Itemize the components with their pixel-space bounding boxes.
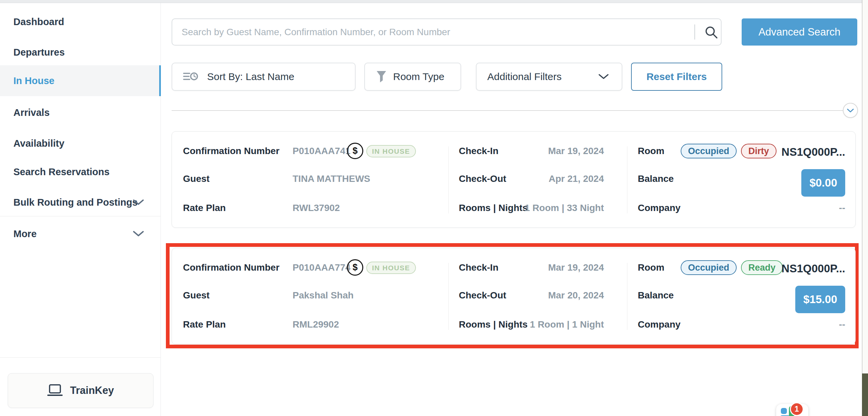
- sidebar-item-search-reservations[interactable]: Search Reservations: [0, 164, 161, 179]
- room-type-dropdown[interactable]: Room Type: [364, 63, 461, 91]
- sort-by-label: Sort By: Last Name: [207, 71, 294, 83]
- sidebar-item-availability[interactable]: Availability: [0, 136, 161, 151]
- rate-plan-value: RWL37902: [292, 202, 340, 214]
- chat-glyph-blue-dot: [781, 408, 787, 414]
- app-root: Dashboard Departures In House Arrivals A…: [0, 0, 868, 416]
- guest-label: Guest: [183, 172, 210, 185]
- sidebar-item-bulk-routing-and-postings[interactable]: Bulk Routing and Postings: [0, 195, 161, 210]
- room-label: Room: [638, 145, 664, 157]
- check-out-label: Check-Out: [459, 289, 506, 302]
- dollar-circle-icon[interactable]: $: [347, 259, 363, 276]
- list-divider: [172, 110, 843, 111]
- company-value: --: [839, 318, 845, 331]
- card-column-divider: [627, 147, 627, 213]
- advanced-search-button[interactable]: Advanced Search: [742, 19, 857, 45]
- sidebar: Dashboard Departures In House Arrivals A…: [0, 3, 161, 416]
- sidebar-item-label: Availability: [13, 138, 64, 149]
- rooms-nights-label: Rooms | Nights: [459, 318, 527, 331]
- rooms-nights-value: 1 Room | 33 Night: [525, 202, 604, 214]
- trainkey-button[interactable]: TrainKey: [8, 373, 154, 408]
- additional-filters-dropdown[interactable]: Additional Filters: [476, 63, 622, 91]
- guest-value: Pakshal Shah: [292, 289, 353, 302]
- balance-button[interactable]: $0.00: [801, 169, 845, 197]
- rooms-nights-label: Rooms | Nights: [459, 202, 527, 214]
- search-input-divider: [694, 25, 695, 39]
- laptop-icon: [47, 384, 63, 397]
- dollar-glyph: $: [352, 146, 358, 156]
- in-house-status-badge: IN HOUSE: [366, 145, 416, 157]
- occupied-status-pill: Occupied: [681, 260, 737, 275]
- balance-button[interactable]: $15.00: [795, 286, 845, 313]
- search-input[interactable]: [172, 19, 721, 45]
- room-type-label: Room Type: [393, 71, 444, 83]
- check-in-value: Mar 19, 2024: [548, 145, 604, 157]
- sidebar-bottom-divider: [0, 357, 161, 358]
- room-status-pills: Occupied Dirty: [681, 144, 776, 158]
- company-label: Company: [638, 318, 681, 331]
- sidebar-item-label: Search Reservations: [13, 166, 110, 178]
- chevron-down-icon: [847, 108, 854, 113]
- sidebar-item-more[interactable]: More: [0, 226, 161, 241]
- additional-filters-label: Additional Filters: [487, 71, 562, 83]
- rate-plan-label: Rate Plan: [183, 202, 226, 214]
- guest-label: Guest: [183, 289, 210, 302]
- chevron-down-icon: [133, 231, 144, 237]
- in-house-status-badge: IN HOUSE: [366, 262, 416, 274]
- rooms-nights-value: 1 Room | 1 Night: [530, 318, 604, 331]
- check-in-label: Check-In: [459, 145, 498, 157]
- dollar-glyph: $: [352, 262, 358, 273]
- occupied-status-pill: Occupied: [681, 144, 737, 158]
- balance-label: Balance: [638, 289, 674, 302]
- right-window-edge: [862, 0, 868, 416]
- sidebar-item-arrivals[interactable]: Arrivals: [0, 105, 161, 120]
- sort-by-dropdown[interactable]: Sort By: Last Name: [172, 63, 355, 91]
- housekeeping-status-pill: Ready: [741, 260, 783, 275]
- sidebar-item-label: Dashboard: [13, 17, 64, 28]
- reservation-card[interactable]: Confirmation Number P010AAA774 $ IN HOUS…: [172, 248, 856, 344]
- right-window-edge-bottom: [862, 374, 868, 416]
- top-window-edge: [0, 0, 868, 3]
- company-value: --: [839, 202, 845, 214]
- company-label: Company: [638, 202, 681, 214]
- sidebar-item-label: Arrivals: [13, 107, 50, 118]
- confirmation-number-value: P010AAA741: [292, 145, 350, 157]
- sidebar-item-departures[interactable]: Departures: [0, 45, 161, 60]
- room-number-value: NS1Q000P...: [781, 145, 845, 159]
- funnel-icon: [376, 70, 387, 84]
- guest-value: TINA MATTHEWS: [292, 172, 370, 185]
- collapse-list-button[interactable]: [843, 103, 858, 118]
- reset-filters-button[interactable]: Reset Filters: [631, 63, 722, 91]
- sidebar-item-in-house[interactable]: In House: [0, 65, 161, 96]
- chevron-down-icon: [598, 74, 609, 80]
- sidebar-item-label: Bulk Routing and Postings: [13, 197, 138, 208]
- notification-badge: 1: [790, 402, 804, 416]
- card-column-divider: [627, 263, 627, 330]
- confirmation-number-label: Confirmation Number: [183, 261, 279, 274]
- chevron-down-icon: [133, 199, 144, 206]
- confirmation-number-label: Confirmation Number: [183, 145, 279, 157]
- dollar-circle-icon[interactable]: $: [347, 143, 363, 159]
- search-icon[interactable]: [704, 25, 718, 39]
- trainkey-label: TrainKey: [70, 385, 114, 396]
- sidebar-item-label: In House: [13, 75, 54, 87]
- confirmation-number-value: P010AAA774: [292, 261, 350, 274]
- check-in-label: Check-In: [459, 261, 498, 274]
- card-column-divider: [448, 263, 449, 330]
- check-out-value: Apr 21, 2024: [549, 172, 604, 185]
- sidebar-item-label: More: [13, 228, 36, 239]
- room-label: Room: [638, 261, 664, 274]
- check-in-value: Mar 19, 2024: [548, 261, 604, 274]
- sidebar-item-label: Departures: [13, 47, 65, 58]
- check-out-value: Mar 20, 2024: [548, 289, 604, 302]
- rate-plan-value: RML29902: [292, 318, 339, 331]
- check-out-label: Check-Out: [459, 172, 506, 185]
- housekeeping-status-pill: Dirty: [741, 144, 776, 158]
- room-status-pills: Occupied Ready: [681, 260, 783, 275]
- sort-clock-icon: [183, 71, 198, 83]
- sidebar-divider: [0, 216, 161, 216]
- rate-plan-label: Rate Plan: [183, 318, 226, 331]
- balance-label: Balance: [638, 172, 674, 185]
- room-number-value: NS1Q000P...: [781, 261, 845, 276]
- reservation-card[interactable]: Confirmation Number P010AAA741 $ IN HOUS…: [172, 131, 856, 228]
- sidebar-item-dashboard[interactable]: Dashboard: [0, 14, 161, 29]
